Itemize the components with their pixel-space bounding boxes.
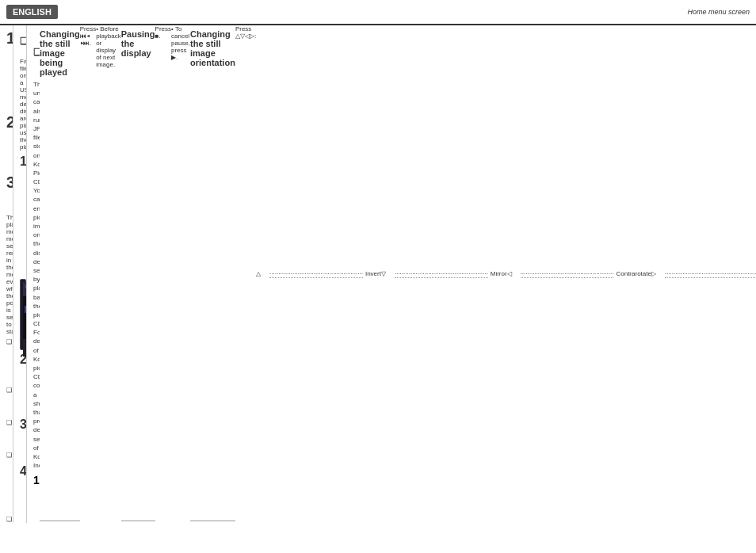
orient-up-dots: ········································… [269, 270, 363, 278]
orient-left: ◁ ······································… [507, 25, 651, 522]
left-column: 1 Press ■. Playback of a file from a USB… [0, 25, 13, 523]
orient-left-dots: ········································… [521, 270, 614, 278]
step-3-number: 3 [6, 174, 13, 190]
kodak-checkbox-icon: ❑ [33, 47, 40, 58]
still-image-played-desc1: Press ⏮◀ ▶⏭. [80, 25, 96, 522]
orientation-title: Changing the still image orientation [190, 29, 235, 521]
kodak-step-1-num: 1 [33, 474, 40, 487]
pl-step-1-num: 1 [20, 154, 27, 169]
info-item-5: Fast-forward/fast-reverse (☞ page 17) [6, 516, 13, 523]
orient-right-key: ▷ [651, 270, 662, 277]
pausing-desc2: • To cancel pause, press ▶. [171, 25, 190, 521]
media-player-screen-1: Item 1/3 Media Player USB1 City003 City0… [20, 279, 26, 350]
orient-up-key: △ [256, 270, 267, 277]
orient-up: △ ······································… [256, 25, 381, 522]
step-2-number: 2 [6, 114, 13, 130]
still-image-played-desc2: • Before playback or display of next ima… [96, 25, 121, 521]
page: ENGLISH Home menu screen 1 Press ■. Play… [0, 0, 756, 553]
pausing-desc1: Press ■. [155, 25, 171, 522]
orient-down-label: Mirror [491, 270, 507, 277]
right-column: ❑ Playing Kodak Picture CD CD This unit … [27, 25, 40, 523]
pausing-title: Pausing the display [121, 29, 155, 521]
info-item-3: Stopping (☞ page 17) [6, 419, 13, 451]
still-image-played-title: Changing the still image being played [40, 29, 80, 521]
step-1-number: 1 [6, 30, 13, 46]
pl-step-3-num: 3 [20, 418, 27, 432]
orient-left-label: Contrarotate [616, 270, 651, 277]
orient-up-label: Invert [365, 270, 381, 277]
orient-down-key: ▽ [381, 270, 392, 277]
home-menu-label: Home menu screen [687, 8, 750, 16]
orient-down: ▽ ······································… [381, 25, 507, 522]
info-item-1: About playback information (☞ page 13) [6, 338, 13, 386]
orient-down-dots: ········································… [395, 270, 488, 278]
checkbox-icon: ❑ [20, 36, 27, 47]
main-content: 1 Press ■. Playback of a file from a USB… [0, 25, 756, 523]
orientation-desc: Press △▽◁▷: [235, 25, 256, 521]
language-badge: ENGLISH [6, 5, 58, 19]
info-item-4: Skipping to a desired chapter/track/file… [6, 452, 13, 515]
middle-column: ❑ Playing playlist USB DLNA CD Favorite … [13, 25, 27, 523]
orient-left-key: ◁ [507, 270, 518, 277]
top-header: ENGLISH Home menu screen [0, 0, 756, 25]
orient-right-dots: ········································… [665, 270, 756, 278]
pl-step-4-num: 4 [20, 464, 27, 479]
info-item-2: Pausing (☞ page 17) [6, 387, 13, 418]
orient-right: ▷ ······································… [651, 25, 756, 522]
